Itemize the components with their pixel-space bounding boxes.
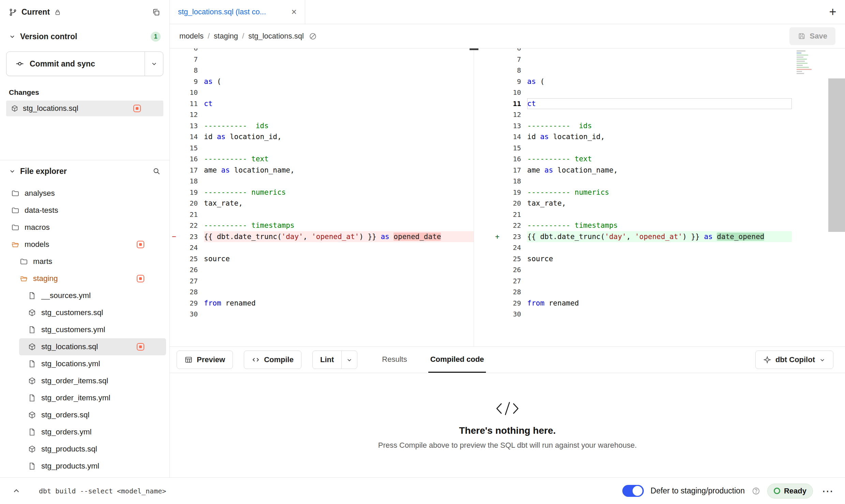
file-explorer-item[interactable]: macros xyxy=(3,219,166,236)
code-line[interactable]: 29from renamed xyxy=(474,298,792,309)
file-explorer-item[interactable]: analyses xyxy=(3,185,166,202)
code-line[interactable]: 25source xyxy=(474,253,792,265)
tab-compiled-code[interactable]: Compiled code xyxy=(428,347,486,373)
file-explorer-item[interactable]: stg_orders.yml xyxy=(3,424,166,441)
save-button[interactable]: Save xyxy=(789,27,835,45)
code-line[interactable]: 16---------- text xyxy=(170,153,474,165)
minimap[interactable] xyxy=(796,49,815,93)
code-line[interactable]: 30 xyxy=(474,309,792,320)
code-line[interactable]: 25source xyxy=(170,253,474,265)
code-line[interactable]: 26 xyxy=(474,264,792,276)
code-line[interactable]: 10 xyxy=(170,87,474,98)
vertical-scrollbar[interactable] xyxy=(828,78,845,232)
code-line[interactable]: 9as ( xyxy=(474,76,792,87)
file-explorer-item[interactable]: stg_order_items.sql xyxy=(3,372,166,389)
code-line[interactable]: 6 xyxy=(474,48,792,54)
code-line[interactable]: 12 xyxy=(170,109,474,120)
code-line[interactable]: 28 xyxy=(474,286,792,298)
code-line[interactable]: 21 xyxy=(170,209,474,220)
new-tab-button[interactable]: + xyxy=(820,0,845,24)
code-line[interactable]: 30 xyxy=(170,309,474,320)
help-icon[interactable] xyxy=(752,487,760,495)
code-line[interactable]: 28 xyxy=(170,286,474,298)
commit-and-sync-button[interactable]: Commit and sync xyxy=(6,52,145,76)
file-explorer-item[interactable]: marts xyxy=(3,253,166,270)
code-line[interactable]: 8 xyxy=(474,65,792,76)
code-line[interactable]: 7 xyxy=(170,54,474,65)
code-line[interactable]: 20tax_rate, xyxy=(474,198,792,209)
chevron-up-icon[interactable] xyxy=(9,484,24,499)
lint-button[interactable]: Lint xyxy=(313,351,341,369)
code-line[interactable]: 14id as location_id, xyxy=(474,131,792,143)
code-line[interactable]: 16---------- text xyxy=(474,153,792,165)
breadcrumb-staging[interactable]: staging xyxy=(214,32,238,41)
code-line[interactable]: 24 xyxy=(474,242,792,253)
compile-button[interactable]: Compile xyxy=(244,351,301,369)
code-line[interactable]: 11ct xyxy=(170,98,474,109)
code-line[interactable]: 11ct xyxy=(474,98,792,109)
code-line[interactable]: 27 xyxy=(170,276,474,287)
code-line[interactable]: 26 xyxy=(170,264,474,276)
changed-file-row[interactable]: stg_locations.sql xyxy=(6,101,163,116)
code-line[interactable]: 18 xyxy=(474,176,792,187)
overflow-menu-button[interactable]: ⋯ xyxy=(820,485,836,497)
code-line[interactable]: 29from renamed xyxy=(170,298,474,309)
file-explorer-item[interactable]: staging xyxy=(3,270,166,287)
diff-marker xyxy=(172,65,183,76)
dbt-copilot-button[interactable]: dbt Copilot xyxy=(755,351,833,369)
file-explorer-item[interactable]: stg_products.yml xyxy=(3,458,166,475)
code-line[interactable]: 18 xyxy=(170,176,474,187)
file-explorer-header[interactable]: File explorer xyxy=(0,162,169,181)
code-line[interactable]: 21 xyxy=(474,209,792,220)
code-line[interactable]: 24 xyxy=(170,242,474,253)
file-explorer-item[interactable]: stg_customers.sql xyxy=(3,304,166,321)
code-line[interactable]: 15 xyxy=(474,143,792,154)
breadcrumb-models[interactable]: models xyxy=(179,32,204,41)
code-line[interactable]: 20tax_rate, xyxy=(170,198,474,209)
code-line[interactable]: +23{{ dbt.date_trunc('day', 'opened_at')… xyxy=(474,231,792,242)
code-line[interactable]: 27 xyxy=(474,276,792,287)
code-line[interactable]: 8 xyxy=(170,65,474,76)
command-input[interactable]: dbt build --select <model_name> xyxy=(39,487,166,495)
file-explorer-item[interactable]: stg_locations.sql xyxy=(19,338,166,355)
code-line[interactable]: 17ame as location_name, xyxy=(170,165,474,176)
code-line[interactable]: 13---------- ids xyxy=(474,120,792,132)
version-control-header[interactable]: Version control 1 xyxy=(6,26,163,47)
file-explorer-item[interactable]: data-tests xyxy=(3,202,166,219)
file-explorer-item[interactable]: __sources.yml xyxy=(3,287,166,304)
code-line[interactable]: 10 xyxy=(474,87,792,98)
preview-button[interactable]: Preview xyxy=(177,351,233,369)
file-explorer-item[interactable]: stg_products.sql xyxy=(3,441,166,458)
sash-handle[interactable] xyxy=(470,48,478,50)
code-line[interactable]: 13---------- ids xyxy=(170,120,474,132)
code-line[interactable]: 19---------- numerics xyxy=(474,187,792,198)
search-icon[interactable] xyxy=(152,167,161,175)
close-icon[interactable]: × xyxy=(291,8,297,17)
code-line[interactable]: 9as ( xyxy=(170,76,474,87)
defer-toggle[interactable] xyxy=(622,485,644,497)
code-line[interactable]: 12 xyxy=(474,109,792,120)
file-name: stg_customers.yml xyxy=(41,325,105,334)
code-line[interactable]: −23{{ dbt.date_trunc('day', 'opened_at')… xyxy=(170,231,474,242)
file-explorer-item[interactable]: models xyxy=(3,236,166,253)
editor-tab[interactable]: stg_locations.sql (last co... × xyxy=(170,0,305,24)
code-line[interactable]: 22---------- timestamps xyxy=(170,220,474,231)
lint-options-button[interactable] xyxy=(341,351,357,369)
file-explorer-item[interactable]: stg_orders.sql xyxy=(3,406,166,424)
commit-options-button[interactable] xyxy=(145,52,163,76)
status-badge[interactable]: Ready xyxy=(767,484,813,499)
file-explorer-item[interactable]: stg_order_items.yml xyxy=(3,389,166,406)
breadcrumb-file[interactable]: stg_locations.sql xyxy=(248,32,304,41)
code-line[interactable]: 7 xyxy=(474,54,792,65)
code-line[interactable]: 19---------- numerics xyxy=(170,187,474,198)
code-line[interactable]: 17ame as location_name, xyxy=(474,165,792,176)
file-explorer-item[interactable]: stg_locations.yml xyxy=(3,355,166,372)
code-line[interactable]: 6 xyxy=(170,48,474,54)
copy-icon[interactable] xyxy=(152,8,161,17)
tab-results[interactable]: Results xyxy=(380,347,409,373)
code-line[interactable]: 15 xyxy=(170,143,474,154)
code-line[interactable]: 14id as location_id, xyxy=(170,131,474,143)
file-name: analyses xyxy=(25,189,55,198)
code-line[interactable]: 22---------- timestamps xyxy=(474,220,792,231)
file-explorer-item[interactable]: stg_customers.yml xyxy=(3,321,166,338)
